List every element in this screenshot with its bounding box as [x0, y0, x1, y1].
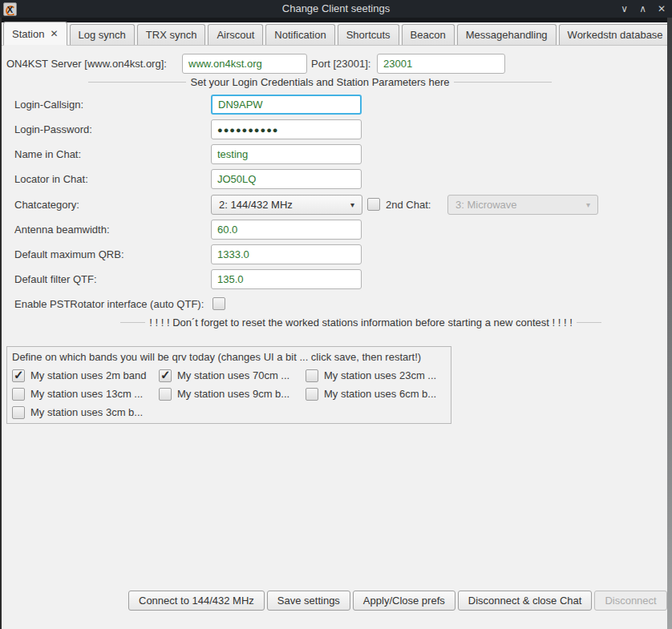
- tab-station-label: Station: [12, 28, 44, 40]
- band-2m-label: My station uses 2m band: [30, 369, 147, 381]
- tab-airscout[interactable]: Airscout: [208, 24, 263, 45]
- save-settings-button[interactable]: Save settings: [267, 591, 350, 611]
- station-tab-content: ON4KST Server [www.on4kst.org]: Port [23…: [0, 46, 672, 629]
- login-callsign-label: Login-Callsign:: [14, 95, 83, 115]
- credentials-separator-text: Set your Login Credentials and Station P…: [186, 76, 453, 88]
- band-6cm-label: My station uses 6cm b...: [324, 388, 436, 400]
- tab-station[interactable]: Station ✕: [3, 22, 67, 46]
- band-13cm-label: My station uses 13cm ...: [30, 388, 143, 400]
- separator-line: [120, 322, 145, 323]
- pstrotator-label: Enable PSTRotator interface (auto QTF):: [14, 294, 204, 314]
- chat-name-label: Name in Chat:: [14, 144, 81, 164]
- login-callsign-input[interactable]: [211, 95, 362, 115]
- window-left-border: [0, 18, 2, 629]
- band-13cm-checkbox[interactable]: [12, 388, 25, 401]
- band-3cm-checkbox[interactable]: [12, 406, 25, 419]
- bands-groupbox-title: Define on which bands you will be qrv to…: [7, 347, 451, 365]
- band-70cm-label: My station uses 70cm ...: [177, 369, 289, 381]
- port-label: Port [23001]:: [311, 54, 370, 74]
- chat-name-input[interactable]: [211, 144, 362, 164]
- second-chat-checkbox[interactable]: [367, 198, 380, 211]
- band-70cm-checkbox[interactable]: [159, 369, 172, 382]
- maximize-icon[interactable]: ∧: [639, 0, 646, 18]
- pstrotator-checkbox[interactable]: [213, 297, 225, 310]
- second-chat-value: 3: Microwave: [455, 199, 517, 211]
- chatcategory-label: Chatcategory:: [14, 195, 79, 215]
- tab-workedstn-database[interactable]: Workedstn database: [559, 24, 672, 45]
- tab-trx-synch[interactable]: TRX synch: [137, 24, 206, 45]
- contest-separator-text: ! ! ! ! Don´t forget to reset the worked…: [145, 317, 576, 329]
- chatcategory-dropdown[interactable]: 2: 144/432 MHz ▾: [211, 195, 362, 215]
- band-2m-item[interactable]: My station uses 2m band: [12, 366, 147, 385]
- second-chat-label: 2nd Chat:: [386, 195, 431, 215]
- chat-locator-input[interactable]: [211, 169, 362, 189]
- band-23cm-label: My station uses 23cm ...: [324, 369, 436, 381]
- tab-log-synch[interactable]: Log synch: [70, 24, 135, 45]
- band-23cm-item[interactable]: My station uses 23cm ...: [306, 366, 436, 385]
- server-input[interactable]: [182, 54, 307, 74]
- band-6cm-checkbox[interactable]: [306, 388, 318, 401]
- filter-qtf-input[interactable]: [211, 269, 362, 289]
- separator-line: [577, 322, 601, 323]
- tab-notification[interactable]: Notification: [265, 24, 334, 45]
- app-icon-glyph: X: [7, 5, 13, 14]
- tab-close-icon[interactable]: ✕: [50, 28, 58, 39]
- chevron-down-icon: ▾: [586, 200, 590, 209]
- disconnect-button[interactable]: Disconnect: [594, 591, 666, 611]
- contest-separator: ! ! ! ! Don´t forget to reset the worked…: [120, 317, 601, 329]
- apply-close-prefs-button[interactable]: Apply/Close prefs: [353, 591, 455, 611]
- band-6cm-item[interactable]: My station uses 6cm b...: [306, 385, 436, 403]
- server-label: ON4KST Server [www.on4kst.org]:: [6, 54, 167, 74]
- tab-beacon[interactable]: Beacon: [402, 24, 455, 45]
- login-password-label: Login-Password:: [14, 119, 92, 139]
- band-23cm-checkbox[interactable]: [306, 369, 318, 382]
- title-bar: X Change Client seetings ∨ ∧ ✕: [0, 0, 672, 18]
- filter-qtf-label: Default filter QTF:: [14, 269, 97, 289]
- separator-line: [454, 82, 552, 83]
- max-qrb-input[interactable]: [211, 244, 362, 264]
- band-2m-checkbox[interactable]: [12, 369, 25, 382]
- window-controls: ∨ ∧ ✕: [621, 0, 666, 18]
- tab-bar: Station ✕ Log synch TRX synch Airscout N…: [0, 18, 667, 46]
- disconnect-close-chat-button[interactable]: Disconnect & close Chat: [458, 591, 593, 611]
- port-input[interactable]: [377, 54, 505, 74]
- band-9cm-label: My station uses 9cm b...: [177, 388, 289, 400]
- band-9cm-checkbox[interactable]: [159, 388, 172, 401]
- second-chat-dropdown[interactable]: 3: Microwave ▾: [447, 195, 598, 215]
- tab-shortcuts[interactable]: Shortcuts: [338, 24, 399, 45]
- window-right-border: [667, 18, 672, 629]
- band-13cm-item[interactable]: My station uses 13cm ...: [12, 385, 143, 403]
- band-3cm-label: My station uses 3cm b...: [30, 406, 143, 418]
- chat-locator-label: Locator in Chat:: [14, 169, 88, 189]
- band-70cm-item[interactable]: My station uses 70cm ...: [159, 366, 289, 385]
- settings-window: X Change Client seetings ∨ ∧ ✕ Station ✕…: [0, 0, 672, 629]
- minimize-icon[interactable]: ∨: [621, 0, 628, 18]
- band-9cm-item[interactable]: My station uses 9cm b...: [159, 385, 289, 403]
- credentials-separator: Set your Login Credentials and Station P…: [88, 76, 552, 88]
- connect-button[interactable]: Connect to 144/432 MHz: [128, 591, 265, 611]
- bands-groupbox: Define on which bands you will be qrv to…: [6, 346, 451, 424]
- footer-button-row: Connect to 144/432 MHz Save settings App…: [128, 591, 667, 611]
- login-password-input[interactable]: [211, 119, 362, 139]
- chevron-down-icon: ▾: [350, 200, 354, 209]
- antenna-beamwidth-label: Antenna beamwidth:: [14, 220, 110, 240]
- tab-messagehandling[interactable]: Messagehandling: [457, 24, 557, 45]
- window-title: Change Client seetings: [0, 0, 672, 18]
- max-qrb-label: Default maximum QRB:: [14, 244, 124, 264]
- close-icon[interactable]: ✕: [658, 0, 666, 18]
- antenna-beamwidth-input[interactable]: [211, 220, 362, 240]
- chatcategory-value: 2: 144/432 MHz: [219, 199, 293, 211]
- separator-line: [88, 82, 186, 83]
- band-3cm-item[interactable]: My station uses 3cm b...: [12, 403, 143, 421]
